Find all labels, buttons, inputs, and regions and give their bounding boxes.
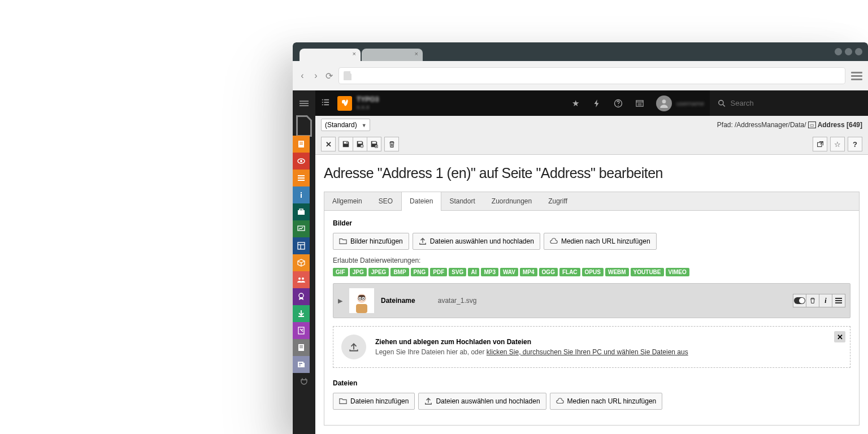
help-icon[interactable] <box>607 90 629 116</box>
info-file-button[interactable]: i <box>819 294 832 307</box>
ext-tag: JPG <box>350 268 367 276</box>
language-selector[interactable]: (Standard) <box>321 119 370 131</box>
tab-mappings[interactable]: Zuordnungen <box>484 192 540 210</box>
browser-tab-inactive[interactable]: × <box>362 49 423 61</box>
search-input[interactable] <box>731 99 860 107</box>
open-new-window-button[interactable] <box>813 137 827 151</box>
logo-area: TYPO3x.x.x <box>335 96 379 111</box>
module-award-icon[interactable] <box>293 288 310 305</box>
ext-tag: FLAC <box>559 268 580 276</box>
ext-tag: WAV <box>500 268 518 276</box>
dropzone[interactable]: Ziehen und ablegen zum Hochladen von Dat… <box>333 326 850 368</box>
file-name: avatar_1.svg <box>438 297 477 305</box>
search-area[interactable] <box>710 90 868 116</box>
svg-rect-28 <box>299 364 301 365</box>
application-icon[interactable] <box>629 90 650 116</box>
module-edit-icon[interactable] <box>293 322 310 339</box>
browser-window: × × ‹ › ⟳ <box>293 42 868 434</box>
window-controls[interactable] <box>835 48 862 55</box>
bookmark-button[interactable]: ☆ <box>830 137 845 151</box>
svg-rect-22 <box>300 345 303 346</box>
tab-location[interactable]: Standort <box>441 192 483 210</box>
close-tab-icon[interactable]: × <box>415 50 418 57</box>
help-button[interactable]: ? <box>848 137 862 151</box>
svg-rect-60 <box>835 302 842 303</box>
save-view-button[interactable] <box>353 137 367 151</box>
add-files-button[interactable]: Dateien hinzufügen <box>333 393 415 410</box>
content-column: TYPO3x.x.x ★ username <box>315 90 868 434</box>
svg-rect-3 <box>300 144 303 145</box>
svg-rect-34 <box>322 105 323 106</box>
delete-button[interactable] <box>384 137 399 151</box>
module-page-icon[interactable] <box>293 116 315 136</box>
browser-menu-icon[interactable] <box>851 70 862 82</box>
typo3-app: TYPO3x.x.x ★ username <box>293 90 868 434</box>
drag-handle-icon[interactable] <box>832 294 845 307</box>
forward-icon[interactable]: › <box>312 71 320 81</box>
url-bar[interactable] <box>338 67 845 84</box>
tab-access[interactable]: Zugriff <box>540 192 576 210</box>
upload-files-button[interactable]: Dateien auswählen und hochladen <box>413 233 540 250</box>
browser-tab-active[interactable]: × <box>300 49 361 61</box>
svg-rect-23 <box>300 346 303 347</box>
svg-rect-24 <box>300 348 303 348</box>
svg-rect-33 <box>324 102 329 103</box>
svg-point-43 <box>719 100 723 105</box>
bookmark-star-icon[interactable]: ★ <box>565 90 586 116</box>
section-images-label: Bilder <box>333 219 850 227</box>
module-list-icon[interactable] <box>293 170 310 186</box>
tree-toggle-icon[interactable] <box>315 98 335 108</box>
close-tab-icon[interactable]: × <box>353 50 356 57</box>
expand-icon[interactable]: ▶ <box>338 297 342 305</box>
ext-tag: MP4 <box>520 268 537 276</box>
add-media-url-button-2[interactable]: Medien nach URL hinzufügen <box>550 393 663 410</box>
save-new-button[interactable] <box>367 137 381 151</box>
tab-files[interactable]: Dateien <box>401 192 441 211</box>
svg-rect-8 <box>298 180 305 181</box>
svg-point-18 <box>302 277 304 280</box>
close-button[interactable]: ✕ <box>321 137 336 151</box>
add-media-url-button[interactable]: Medien nach URL hinzufügen <box>544 233 657 250</box>
upload-files-button-2[interactable]: Dateien auswählen und hochladen <box>418 393 546 410</box>
module-download-icon[interactable] <box>293 305 310 322</box>
module-users-icon[interactable] <box>293 271 310 288</box>
module-box-icon[interactable] <box>293 254 310 271</box>
browse-link[interactable]: klicken Sie, durchsuchen Sie Ihren PC un… <box>487 348 688 356</box>
add-images-button[interactable]: Bilder hinzufügen <box>333 233 409 250</box>
tab-general[interactable]: Allgemein <box>324 192 371 210</box>
module-news-icon[interactable] <box>293 356 310 373</box>
module-plug-icon[interactable] <box>293 373 315 390</box>
module-doc-icon[interactable] <box>293 339 310 356</box>
typo3-logo-icon <box>337 96 352 111</box>
toggle-visibility-button[interactable] <box>793 294 806 307</box>
svg-point-17 <box>298 277 301 280</box>
module-info-icon[interactable] <box>293 186 310 203</box>
delete-file-button[interactable] <box>806 294 819 307</box>
rail-collapse-icon[interactable] <box>293 90 315 116</box>
record-type-icon: ▭ <box>808 121 816 128</box>
file-label: Dateiname <box>381 297 415 305</box>
save-button[interactable] <box>338 137 353 151</box>
module-orange-page-icon[interactable] <box>293 136 310 153</box>
svg-point-55 <box>359 298 361 299</box>
module-layout-icon[interactable] <box>293 237 310 254</box>
file-item[interactable]: ▶ Dateiname avatar_1.svg i <box>333 283 850 318</box>
svg-rect-14 <box>298 242 305 249</box>
svg-point-19 <box>299 293 303 298</box>
dropzone-close-button[interactable]: ✕ <box>834 331 845 342</box>
back-icon[interactable]: ‹ <box>298 71 306 81</box>
reload-icon[interactable]: ⟳ <box>326 71 333 81</box>
svg-rect-35 <box>324 105 329 106</box>
flash-icon[interactable] <box>586 90 607 116</box>
user-menu[interactable]: username <box>650 96 710 111</box>
tab-seo[interactable]: SEO <box>371 192 401 210</box>
svg-rect-7 <box>298 177 305 179</box>
upload-icon <box>419 237 427 245</box>
folder-icon <box>339 397 347 405</box>
module-presentation-icon[interactable] <box>293 220 310 237</box>
module-briefcase-icon[interactable] <box>293 203 310 220</box>
svg-rect-32 <box>322 102 323 103</box>
ext-tag: YOUTUBE <box>631 268 664 276</box>
module-view-icon[interactable] <box>293 153 310 170</box>
svg-rect-12 <box>300 209 303 211</box>
